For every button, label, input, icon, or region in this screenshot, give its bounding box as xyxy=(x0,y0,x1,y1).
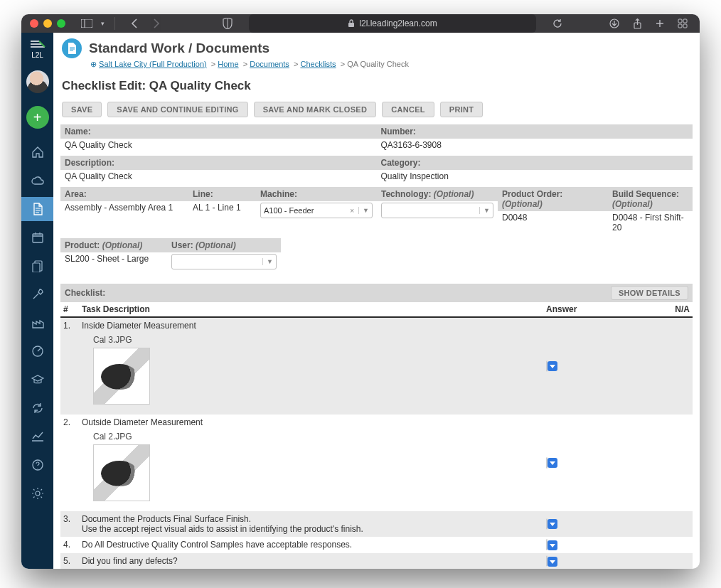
table-row: 4.Do All Destructive Quality Control Sam… xyxy=(60,537,693,553)
crumb-home[interactable]: Home xyxy=(218,60,238,68)
row-answer xyxy=(543,511,650,537)
svg-rect-6 xyxy=(683,19,687,23)
sidebar-toggle-icon[interactable] xyxy=(78,15,95,32)
line-value: AL 1 - Line 1 xyxy=(188,201,256,214)
nav-gauge-icon[interactable] xyxy=(21,339,53,363)
chevron-down-icon[interactable]: ▾ xyxy=(101,20,105,27)
row-num: 4. xyxy=(60,537,79,553)
main-content: Standard Work / Documents ⊕ Salt Lake Ci… xyxy=(53,33,700,569)
nav-calendar-icon[interactable] xyxy=(21,225,53,250)
technology-select[interactable]: ▼ xyxy=(381,203,493,218)
cancel-button[interactable]: CANCEL xyxy=(382,102,434,117)
nav-documents-icon[interactable] xyxy=(21,197,53,221)
nav-home-icon[interactable] xyxy=(21,140,53,164)
address-bar[interactable]: l2l.leading2lean.com xyxy=(249,14,536,33)
answer-dropdown[interactable] xyxy=(548,540,557,550)
svg-point-14 xyxy=(36,491,40,496)
row-na xyxy=(650,537,693,553)
row-na xyxy=(650,317,693,415)
download-icon[interactable] xyxy=(606,15,623,32)
share-icon[interactable] xyxy=(629,15,646,32)
row-answer xyxy=(543,537,650,553)
nav-sync-icon[interactable] xyxy=(21,396,53,420)
crumb-current: QA Quality Check xyxy=(347,60,409,68)
breadcrumb: ⊕ Salt Lake City (Full Production) > Hom… xyxy=(53,60,700,75)
show-details-button[interactable]: SHOW DETAILS xyxy=(611,286,688,300)
forward-button[interactable] xyxy=(148,15,165,32)
row-desc: Do All Destructive Quality Control Sampl… xyxy=(79,537,543,553)
lock-icon xyxy=(348,19,355,28)
crumb-checklists[interactable]: Checklists xyxy=(300,60,336,68)
chevron-down-icon[interactable]: ▼ xyxy=(358,207,369,214)
row-desc: Did you find any defects? xyxy=(79,553,543,569)
number-value: QA3163-6-3908 xyxy=(377,139,693,151)
category-label: Category: xyxy=(377,156,693,170)
nav-help-icon[interactable] xyxy=(21,453,53,477)
window-minimize[interactable] xyxy=(43,19,52,28)
row-desc: Inside Diameter MeasurementCal 3.JPG xyxy=(79,317,543,415)
row-num: 5. xyxy=(60,553,79,569)
answer-dropdown[interactable] xyxy=(548,361,557,371)
nav-factory-icon[interactable] xyxy=(21,311,53,335)
file-label: Cal 2.JPG xyxy=(82,427,540,444)
tabs-icon[interactable] xyxy=(674,15,691,32)
print-button[interactable]: PRINT xyxy=(440,102,484,117)
crumb-site[interactable]: Salt Lake City (Full Production) xyxy=(99,60,207,68)
avatar[interactable] xyxy=(26,70,49,93)
area-value: Assembly - Assembly Area 1 xyxy=(60,201,188,214)
row-num: 1. xyxy=(60,317,79,415)
col-desc: Task Description xyxy=(79,302,543,317)
nav-settings-icon[interactable] xyxy=(21,481,53,506)
app-sidebar: L2L + xyxy=(21,33,53,569)
number-label: Number: xyxy=(377,124,693,139)
answer-dropdown[interactable] xyxy=(548,557,557,567)
product-value: SL200 - Sheet - Large xyxy=(60,252,167,265)
nav-education-icon[interactable] xyxy=(21,368,53,392)
nav-wrench-icon[interactable] xyxy=(21,282,53,306)
row-num: 3. xyxy=(60,511,79,537)
nav-clipboard-icon[interactable] xyxy=(21,254,53,278)
row-answer xyxy=(543,415,650,511)
svg-rect-2 xyxy=(348,23,354,27)
thumbnail[interactable] xyxy=(93,444,150,501)
shield-icon[interactable] xyxy=(219,15,236,32)
save-closed-button[interactable]: SAVE AND MARK CLOSED xyxy=(254,102,377,117)
clear-icon[interactable]: × xyxy=(350,207,354,215)
answer-dropdown[interactable] xyxy=(548,519,557,529)
svg-rect-5 xyxy=(678,19,682,23)
product-order-label: Product Order: (Optional) xyxy=(498,187,608,211)
build-seq-value: D0048 - First Shift-20 xyxy=(608,211,693,234)
answer-dropdown[interactable] xyxy=(548,458,557,468)
row-answer xyxy=(543,553,650,569)
new-tab-icon[interactable] xyxy=(651,15,668,32)
add-button[interactable]: + xyxy=(26,106,49,129)
window-close[interactable] xyxy=(30,19,38,28)
window-zoom[interactable] xyxy=(57,19,65,28)
machine-label: Machine: xyxy=(256,187,377,201)
table-row: 1.Inside Diameter MeasurementCal 3.JPG xyxy=(60,317,693,415)
page-title: Standard Work / Documents xyxy=(89,41,269,56)
chevron-down-icon[interactable]: ▼ xyxy=(479,207,490,214)
nav-cloud-icon[interactable] xyxy=(21,169,53,193)
svg-rect-0 xyxy=(81,19,92,28)
reload-icon[interactable] xyxy=(549,15,566,32)
row-answer xyxy=(543,317,650,415)
app-logo: L2L xyxy=(29,38,46,59)
svg-rect-11 xyxy=(33,263,40,272)
machine-select[interactable]: A100 - Feeder×▼ xyxy=(260,203,373,218)
nav-chart-icon[interactable] xyxy=(21,424,53,449)
save-continue-button[interactable]: SAVE AND CONTINUE EDITING xyxy=(107,102,247,117)
chevron-down-icon[interactable]: ▼ xyxy=(262,258,273,265)
svg-rect-7 xyxy=(678,24,682,28)
checklist-table: # Task Description Answer N/A 1.Inside D… xyxy=(60,302,693,569)
save-button[interactable]: SAVE xyxy=(62,102,102,117)
user-select[interactable]: ▼ xyxy=(171,254,277,269)
browser-titlebar: ▾ l2l.leading2lean.com xyxy=(21,14,700,33)
technology-label: Technology: (Optional) xyxy=(377,187,498,201)
back-button[interactable] xyxy=(125,15,142,32)
page-doc-icon xyxy=(62,38,82,58)
thumbnail[interactable] xyxy=(93,348,150,405)
crumb-documents[interactable]: Documents xyxy=(250,60,289,68)
area-label: Area: xyxy=(60,187,188,201)
checklist-header: Checklist: xyxy=(65,288,105,298)
